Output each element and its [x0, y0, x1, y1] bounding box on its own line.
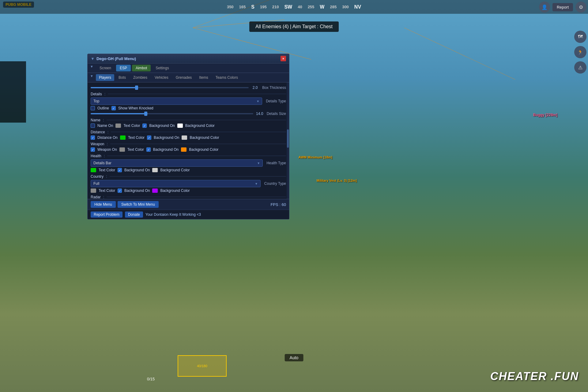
map-icon[interactable]: 🗺 — [574, 31, 586, 43]
tab-esp[interactable]: ESP — [116, 65, 131, 71]
hide-menu-button[interactable]: Hide Menu — [91, 201, 116, 208]
name-bg-color-box[interactable] — [177, 124, 183, 128]
outline-checkbox[interactable] — [91, 106, 95, 110]
menu-collapse-arrow[interactable]: ▼ — [91, 56, 95, 61]
compass-nv: NV — [354, 4, 361, 10]
target-banner: All Enemies (4) | Aim Target : Chest — [249, 21, 339, 32]
radar-colon: : — [103, 195, 104, 199]
name-text-color-box[interactable] — [115, 124, 121, 128]
auto-label: Auto — [285, 354, 303, 361]
profile-icon[interactable]: 👤 — [539, 2, 550, 13]
name-on-label: Name On — [97, 124, 113, 128]
tab-screen[interactable]: Screen — [96, 65, 115, 71]
country-bg-on-checkbox[interactable] — [118, 188, 122, 193]
details-type-dropdown[interactable]: Top ▼ — [91, 97, 262, 105]
slider-thumb[interactable] — [135, 86, 138, 90]
country-section-header: Country : — [91, 174, 286, 179]
details-size-slider[interactable]: 14.0 — [91, 112, 264, 116]
country-bg-color-box[interactable] — [152, 188, 158, 193]
scrollbar[interactable] — [287, 82, 289, 199]
subtab-teams-colors[interactable]: Teams Colors — [213, 74, 241, 81]
details-type-row: Top ▼ Details Type — [91, 97, 286, 105]
dist-on-checkbox[interactable] — [91, 135, 95, 140]
player-icon[interactable]: 🏃 — [574, 46, 586, 58]
weapon-options-row: Weapon On Text Color Background On Backg… — [91, 147, 286, 152]
compass-w: W — [320, 4, 324, 10]
donate-button[interactable]: Donate — [125, 211, 143, 218]
ammo-secondary: 0/15 — [147, 377, 155, 381]
warning-icon[interactable]: ⚠ — [574, 61, 586, 74]
title-area: ▼ Dego-GH (Full Menu) — [91, 56, 136, 61]
health-text-color-box[interactable] — [91, 168, 96, 172]
country-type-dropdown[interactable]: Full ▼ — [91, 180, 261, 187]
compass-markers: 350 165 S 195 210 SW 40 255 W 285 300 NV — [227, 4, 361, 10]
health-bg-color-box[interactable] — [152, 168, 158, 172]
tab-settings[interactable]: Settings — [152, 65, 172, 71]
subtab-vehicles[interactable]: Vehicles — [152, 74, 172, 81]
subtab-bots[interactable]: Bots — [115, 74, 129, 81]
weapon-bg-on-label: Background On — [153, 147, 179, 152]
size-slider-thumb[interactable] — [144, 112, 147, 116]
details-divider — [108, 94, 286, 94]
details-type-value: Top — [93, 99, 99, 103]
weapon-on-checkbox[interactable] — [91, 147, 95, 152]
details-type-label: Details Type — [266, 99, 286, 103]
compass-300: 300 — [342, 5, 349, 9]
weapon-text-color-box[interactable] — [119, 147, 125, 152]
menu-content: 2.0 Box Thickness Details : Top ▼ Detail… — [88, 82, 289, 199]
distance-options-row: Distance On Text Color Background On Bac… — [91, 135, 286, 140]
item-marker-vest: Military Vest (Lv. 3) [12m] — [317, 179, 357, 182]
name-label: Name — [91, 118, 100, 122]
country-text-color-box[interactable] — [91, 188, 96, 193]
name-options-row: Name On Text Color Background On Backgro… — [91, 124, 286, 128]
right-side-hud: 🗺 🏃 ⚠ — [574, 31, 586, 74]
weapon-bg-on-checkbox[interactable] — [146, 147, 151, 152]
dist-on-label: Distance On — [97, 135, 118, 140]
settings-icon[interactable]: ⚙ — [575, 2, 586, 13]
distance-section-header: Distance : — [91, 130, 286, 134]
weapon-slot: 40/180 — [178, 355, 227, 377]
country-divider — [110, 176, 286, 177]
health-type-dropdown[interactable]: Details Bar ▼ — [91, 159, 263, 167]
left-panel — [0, 61, 26, 123]
sub-tabs-row: ▼ Players Bots Zombies Vehicles Grenades… — [88, 73, 289, 82]
weapon-text-color-label: Text Color — [127, 147, 144, 152]
box-thickness-value: 2.0 — [251, 86, 260, 90]
subtab-items[interactable]: Items — [196, 74, 211, 81]
compass-sw: SW — [284, 4, 292, 10]
report-problem-button[interactable]: Report Problem — [91, 211, 123, 218]
subtab-grenades[interactable]: Grenades — [173, 74, 195, 81]
menu-titlebar: ▼ Dego-GH (Full Menu) × — [88, 54, 289, 63]
compass-255: 255 — [308, 5, 315, 9]
tab-aimbot[interactable]: Aimbot — [132, 65, 151, 71]
health-bg-on-checkbox[interactable] — [118, 168, 122, 172]
footer-left: Hide Menu Switch To Mini Menu — [91, 201, 159, 208]
scroll-area: 2.0 Box Thickness Details : Top ▼ Detail… — [88, 82, 289, 199]
weapon-bg-color-box[interactable] — [181, 147, 187, 152]
country-type-label: Country Type — [264, 181, 286, 186]
outline-label: Outline — [97, 106, 109, 110]
dist-text-color-box[interactable] — [120, 135, 126, 140]
name-text-color-label: Text Color — [123, 124, 140, 128]
show-when-knocked-checkbox[interactable] — [111, 106, 116, 110]
report-button[interactable]: Report — [552, 3, 573, 11]
footer-bottom: Report Problem Donate Your Dontaion Keep… — [88, 210, 289, 219]
box-thickness-row: 2.0 Box Thickness — [91, 86, 286, 90]
scrollbar-thumb[interactable] — [287, 129, 289, 148]
box-thickness-slider[interactable]: 2.0 — [91, 86, 260, 90]
compass-210: 210 — [272, 5, 279, 9]
close-button[interactable]: × — [281, 56, 286, 61]
name-bg-on-checkbox[interactable] — [142, 124, 147, 128]
name-on-checkbox[interactable] — [91, 124, 95, 128]
dist-bg-color-box[interactable] — [182, 135, 187, 140]
compass-bar: 350 165 S 195 210 SW 40 255 W 285 300 NV — [0, 0, 588, 14]
country-text-color-label: Text Color — [99, 188, 115, 193]
country-label: Country — [91, 174, 104, 179]
weapon-on-label: Weapon On — [97, 147, 117, 152]
subtab-zombies[interactable]: Zombies — [130, 74, 150, 81]
switch-to-mini-button[interactable]: Switch To Mini Menu — [118, 201, 159, 208]
radar-divider — [107, 197, 286, 197]
dist-bg-on-checkbox[interactable] — [147, 135, 151, 140]
country-bg-color-label: Background Color — [160, 188, 190, 193]
subtab-players[interactable]: Players — [96, 74, 114, 81]
